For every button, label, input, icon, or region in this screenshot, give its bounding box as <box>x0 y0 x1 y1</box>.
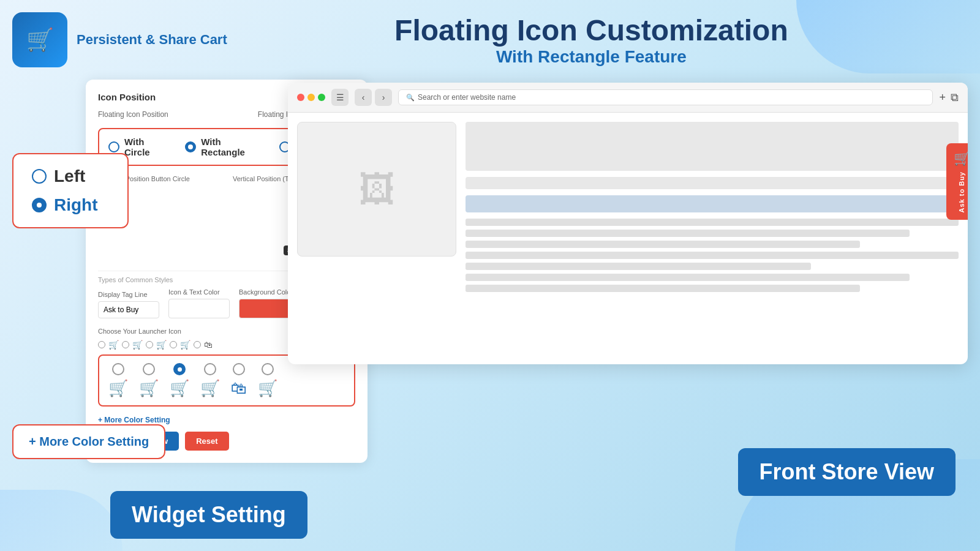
launcher-item-3[interactable]: 🛒 <box>170 363 189 398</box>
launcher-radio-3-small[interactable] <box>146 341 153 348</box>
line-4 <box>466 252 959 259</box>
display-tag-input[interactable] <box>98 301 159 318</box>
with-rectangle-option[interactable]: With Rectangle <box>185 137 264 157</box>
cart-rect[interactable]: N 🛒 Ask to Buy <box>946 143 968 220</box>
browser-dots <box>297 94 325 101</box>
launcher-icon-5-small: 🛍 <box>204 340 213 350</box>
launcher-radio-3[interactable] <box>173 363 186 375</box>
launcher-radio-4-small[interactable] <box>170 341 177 348</box>
right-option[interactable]: Right <box>32 195 109 215</box>
launcher-icon-6: 🛒 <box>258 379 277 398</box>
copy-button[interactable]: ⧉ <box>951 91 959 104</box>
content-block-medium <box>466 177 959 189</box>
search-icon: 🔍 <box>406 94 415 102</box>
header-title-section: Floating Icon Customization With Rectang… <box>227 13 956 67</box>
line-7 <box>466 285 860 292</box>
product-image: 🖼 <box>297 122 456 257</box>
browser-content: 🖼 <box>288 113 968 364</box>
display-tag-label: Display Tag Line <box>98 291 159 298</box>
floating-cart-button[interactable]: N 🛒 Ask to Buy <box>946 143 968 220</box>
url-text: Search or enter website name <box>418 93 516 102</box>
right-radio[interactable] <box>32 198 47 212</box>
launcher-item-5[interactable]: 🛍 <box>231 363 247 398</box>
dot-yellow[interactable] <box>307 94 315 101</box>
left-option[interactable]: Left <box>32 167 109 186</box>
browser-bar: ☰ ‹ › 🔍 Search or enter website name + ⧉ <box>288 83 968 113</box>
logo-title: Persistent & Share Cart <box>77 31 227 49</box>
logo-text: Persistent & Share Cart <box>77 31 227 49</box>
launcher-icon-2: 🛒 <box>139 379 159 398</box>
position-radio-box: Left Right <box>12 153 129 228</box>
left-label: Left <box>54 167 85 186</box>
product-section: 🖼 <box>297 122 456 354</box>
right-label: Right <box>54 195 98 215</box>
launcher-radio-6[interactable] <box>262 363 274 375</box>
reset-button[interactable]: Reset <box>185 432 228 451</box>
rectangle-radio[interactable] <box>185 141 196 152</box>
line-5 <box>466 263 811 270</box>
line-2 <box>466 230 910 237</box>
page-subtitle: With Rectangle Feature <box>227 47 956 67</box>
icon-color-field: Icon & Text Color <box>168 288 230 318</box>
more-color-box: + More Color Setting <box>12 424 165 459</box>
circle-radio[interactable] <box>108 141 119 152</box>
floating-position-label: Floating Icon Position <box>98 110 168 119</box>
launcher-icon-3: 🛒 <box>170 379 189 398</box>
launcher-icon-4: 🛒 <box>200 379 220 398</box>
icon-color-swatch[interactable] <box>168 299 230 318</box>
line-3 <box>466 241 860 248</box>
rectangle-label: With Rectangle <box>201 137 264 157</box>
launcher-radio-2[interactable] <box>143 363 155 375</box>
launcher-icon-3-small: 🛒 <box>156 340 167 350</box>
launcher-radio-2-small[interactable] <box>122 341 129 348</box>
cart-icon: 🛒 <box>954 151 968 167</box>
launcher-icon-2-small: 🛒 <box>132 340 143 350</box>
right-panel: ☰ ‹ › 🔍 Search or enter website name + ⧉ <box>288 73 968 533</box>
browser-nav: ‹ › <box>355 89 392 106</box>
header: 🛒 Persistent & Share Cart Floating Icon … <box>0 0 980 73</box>
page-title: Floating Icon Customization <box>227 13 956 47</box>
launcher-item-4[interactable]: 🛒 <box>200 363 220 398</box>
content-lines <box>466 219 959 292</box>
launcher-radio-1-small[interactable] <box>98 341 105 348</box>
launcher-icon-1-small: 🛒 <box>108 340 119 350</box>
widget-setting-label: Widget Setting <box>110 491 307 539</box>
browser-window: ☰ ‹ › 🔍 Search or enter website name + ⧉ <box>288 83 968 364</box>
launcher-item-1[interactable]: 🛒 <box>108 363 128 398</box>
launcher-radio-1[interactable] <box>112 363 124 375</box>
more-color-link[interactable]: + More Color Setting <box>29 435 149 449</box>
left-radio[interactable] <box>32 169 47 184</box>
circle-label: With Circle <box>124 137 170 157</box>
sidebar-toggle-icon[interactable]: ☰ <box>331 89 349 106</box>
launcher-icon-4-small: 🛒 <box>180 340 190 350</box>
cart-text: Ask to Buy <box>958 171 965 212</box>
line-1 <box>466 219 959 226</box>
content-right <box>466 122 959 354</box>
url-bar[interactable]: 🔍 Search or enter website name <box>398 89 933 105</box>
display-tag-field: Display Tag Line <box>98 291 159 318</box>
launcher-icon-5: 🛍 <box>231 379 247 398</box>
launcher-icon-1: 🛒 <box>108 379 128 398</box>
launcher-radio-4[interactable] <box>204 363 216 375</box>
front-store-label: Front Store View <box>738 448 956 496</box>
logo-icon: 🛒 <box>26 27 54 53</box>
main-content: Left Right + More Color Setting Icon Pos… <box>0 73 980 539</box>
launcher-radio-5-small[interactable] <box>194 341 201 348</box>
dot-red[interactable] <box>297 94 304 101</box>
dot-green[interactable] <box>318 94 325 101</box>
left-panel: Left Right + More Color Setting Icon Pos… <box>12 73 270 533</box>
back-button[interactable]: ‹ <box>355 89 372 106</box>
launcher-item-6[interactable]: 🛒 <box>258 363 277 398</box>
icon-color-label: Icon & Text Color <box>168 288 230 296</box>
image-placeholder-icon: 🖼 <box>358 168 395 211</box>
line-6 <box>466 274 910 281</box>
add-tab-button[interactable]: + <box>939 91 946 104</box>
forward-button[interactable]: › <box>375 89 392 106</box>
browser-actions: + ⧉ <box>939 91 959 104</box>
content-block-image <box>466 122 959 171</box>
logo-box: 🛒 <box>12 12 67 67</box>
launcher-radio-5[interactable] <box>233 363 245 375</box>
launcher-item-2[interactable]: 🛒 <box>139 363 159 398</box>
content-block-highlighted <box>466 195 959 212</box>
